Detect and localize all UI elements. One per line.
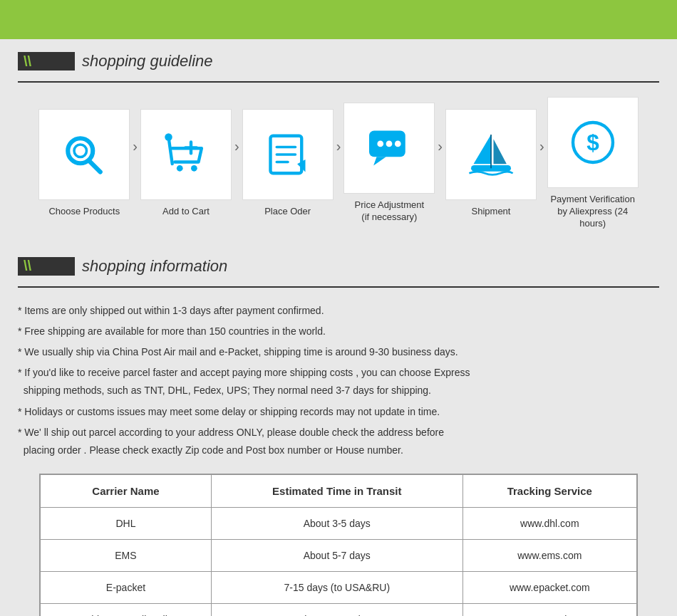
step-icon-box-3 <box>242 109 334 200</box>
svg-text:$: $ <box>586 130 599 155</box>
arrow-5: › <box>539 138 544 155</box>
time-ems: About 5-7 days <box>211 540 462 572</box>
step-label-1: Choose Products <box>48 206 120 218</box>
info-header-row: \\ shopping information <box>18 257 659 276</box>
steps-row: Choose Products › Add to Cart › <box>0 97 677 244</box>
svg-point-2 <box>74 145 87 157</box>
search-icon <box>59 130 109 179</box>
arrow-3: › <box>336 138 341 155</box>
time-chinapost: About 15-45 days <box>211 604 462 616</box>
step-shipment: Shipment <box>445 109 537 218</box>
payment-icon: $ <box>568 118 618 167</box>
step-icon-box-1 <box>38 109 130 200</box>
svg-line-1 <box>89 161 100 172</box>
table-header-row: Carrier Name Estimated Time in Transit T… <box>41 475 637 508</box>
tracking-chinapost: www.17track.net <box>462 604 636 616</box>
info-line-2: * Free shipping are available for more t… <box>18 323 659 340</box>
guideline-header-row: \\ shopping guideline <box>18 52 659 71</box>
carrier-dhl: DHL <box>41 508 212 540</box>
chat-icon <box>364 123 414 173</box>
step-add-to-cart: Add to Cart <box>140 109 232 218</box>
order-icon <box>263 130 313 179</box>
arrow-1: › <box>133 138 138 155</box>
info-line-4: * If you'd like to receive parcel faster… <box>18 364 659 400</box>
info-line-1: * Items are only shipped out within 1-3 … <box>18 302 659 320</box>
svg-point-5 <box>177 165 183 172</box>
guideline-divider <box>18 81 659 83</box>
tracking-epacket: www.epacket.com <box>462 572 636 604</box>
svg-point-6 <box>191 165 197 172</box>
table-row: E-packet 7-15 days (to USA&RU) www.epack… <box>41 572 637 604</box>
step-place-order: Place Oder <box>242 109 334 218</box>
table-row: EMS About 5-7 days www.ems.com <box>41 540 637 572</box>
tracking-ems: www.ems.com <box>462 540 636 572</box>
carrier-epacket: E-packet <box>41 572 212 604</box>
svg-marker-19 <box>474 135 492 164</box>
tracking-dhl: www.dhl.com <box>462 508 636 540</box>
shipping-table-container: Carrier Name Estimated Time in Transit T… <box>39 474 638 616</box>
step-label-2: Add to Cart <box>162 206 210 218</box>
green-banner <box>0 0 677 39</box>
info-divider <box>18 286 659 288</box>
step-icon-box-4 <box>343 103 435 194</box>
table-row: DHL About 3-5 days www.dhl.com <box>41 508 637 540</box>
step-payment-verification: $ Payment Verificationby Aliexpress (24 … <box>547 97 639 230</box>
time-dhl: About 3-5 days <box>211 508 462 540</box>
svg-marker-15 <box>373 157 386 166</box>
carrier-ems: EMS <box>41 540 212 572</box>
step-label-6: Payment Verificationby Aliexpress (24 ho… <box>547 194 639 230</box>
info-line-5: * Holidays or customs issues may meet so… <box>18 403 659 421</box>
svg-point-18 <box>395 141 401 147</box>
col-header-carrier: Carrier Name <box>41 475 212 508</box>
step-label-4: Price Adjustment(if necessary) <box>355 199 425 224</box>
time-epacket: 7-15 days (to USA&RU) <box>211 572 462 604</box>
arrow-2: › <box>234 138 239 155</box>
svg-marker-20 <box>494 139 507 164</box>
svg-point-17 <box>386 141 393 147</box>
table-row: China Post Ail Mail About 15-45 days www… <box>41 604 637 616</box>
shipping-table: Carrier Name Estimated Time in Transit T… <box>40 474 637 616</box>
step-price-adjustment: Price Adjustment(if necessary) <box>343 103 435 224</box>
ship-icon <box>466 130 516 179</box>
svg-point-16 <box>378 141 384 147</box>
info-line-3: * We usually ship via China Post Air mai… <box>18 343 659 361</box>
step-label-5: Shipment <box>472 206 511 218</box>
step-icon-box-5 <box>445 109 537 200</box>
info-line-6: * We' ll ship out parcel according to yo… <box>18 424 659 459</box>
arrow-4: › <box>438 138 443 155</box>
info-title: shopping information <box>82 257 227 276</box>
guideline-title: shopping guideline <box>82 52 213 71</box>
step-icon-box-6: $ <box>547 97 639 188</box>
info-text-block: * Items are only shipped out within 1-3 … <box>0 302 677 460</box>
cart-icon <box>161 130 211 179</box>
step-label-3: Place Oder <box>264 206 311 218</box>
col-header-tracking: Tracking Service <box>462 475 636 508</box>
col-header-time: Estimated Time in Transit <box>211 475 462 508</box>
svg-line-4 <box>168 137 172 164</box>
step-choose-products: Choose Products <box>38 109 130 218</box>
carrier-chinapost: China Post Ail Mail <box>41 604 212 616</box>
step-icon-box-2 <box>140 109 232 200</box>
